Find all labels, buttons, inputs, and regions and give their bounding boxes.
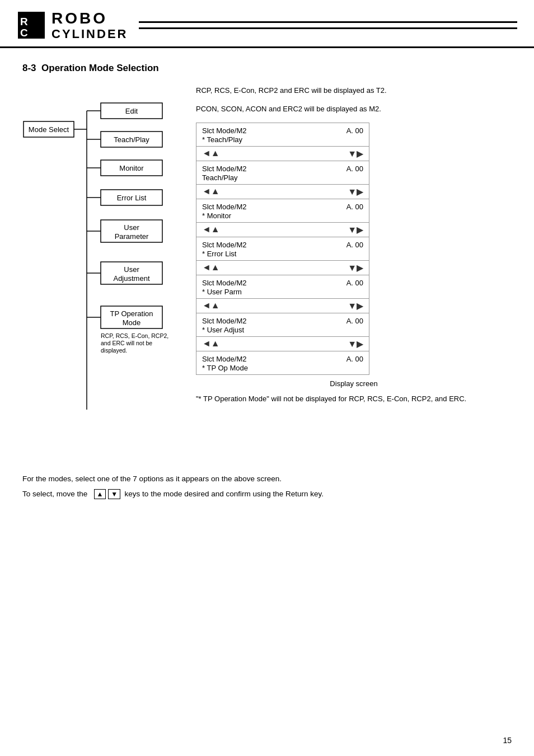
svg-text:RCP, RCS, E-Con, RCP2,: RCP, RCS, E-Con, RCP2, bbox=[101, 332, 168, 339]
logo-text: ROBO CYLINDER bbox=[51, 10, 128, 41]
screen-mode-4: * User Parm bbox=[202, 288, 363, 296]
screen-label-0: Slct Mode/M2 bbox=[202, 126, 246, 135]
page-number: 15 bbox=[503, 736, 512, 745]
nav-left-icon-5: ◄▲ bbox=[202, 339, 220, 349]
svg-text:and ERC will not be: and ERC will not be bbox=[101, 340, 152, 346]
screen-row-5: Slct Mode/M2A. 00* User Adjust bbox=[196, 313, 369, 337]
screen-mode-0: * Teach/Play bbox=[202, 135, 363, 144]
nav-right-icon-4: ▼▶ bbox=[348, 300, 363, 311]
svg-text:Parameter: Parameter bbox=[115, 232, 149, 241]
svg-text:R: R bbox=[20, 16, 28, 27]
nav-left-icon-3: ◄▲ bbox=[202, 262, 220, 273]
nav-row-5: ◄▲▼▶ bbox=[196, 337, 369, 351]
screen-label-4: Slct Mode/M2 bbox=[202, 279, 246, 287]
nav-left-icon-4: ◄▲ bbox=[202, 300, 220, 311]
svg-text:User: User bbox=[124, 265, 139, 274]
left-diagram: Mode Select Edit Teach/Play Monitor bbox=[22, 85, 190, 456]
nav-right-icon-2: ▼▶ bbox=[348, 224, 363, 235]
screen-value-6: A. 00 bbox=[346, 355, 363, 363]
svg-text:Monitor: Monitor bbox=[119, 164, 144, 172]
screen-top-line-3: Slct Mode/M2A. 00 bbox=[202, 241, 363, 249]
nav-row-3: ◄▲▼▶ bbox=[196, 261, 369, 275]
svg-text:Mode: Mode bbox=[123, 318, 141, 327]
mode-select-diagram: Mode Select Edit Teach/Play Monitor bbox=[22, 91, 185, 454]
screen-top-line-5: Slct Mode/M2A. 00 bbox=[202, 317, 363, 325]
section-title: 8-3 Operation Mode Selection bbox=[22, 63, 512, 74]
display-label: Display screen bbox=[196, 379, 512, 388]
nav-row-0: ◄▲▼▶ bbox=[196, 147, 369, 161]
note-text: "* TP Operation Mode" will not be displa… bbox=[196, 393, 512, 405]
screen-row-4: Slct Mode/M2A. 00* User Parm bbox=[196, 275, 369, 299]
screen-top-line-2: Slct Mode/M2A. 00 bbox=[202, 203, 363, 211]
nav-right-icon-1: ▼▶ bbox=[348, 186, 363, 197]
screens-panel: Slct Mode/M2A. 00* Teach/Play◄▲▼▶Slct Mo… bbox=[196, 123, 369, 375]
screen-label-3: Slct Mode/M2 bbox=[202, 241, 246, 249]
up-arrow-icon: ▲ bbox=[94, 489, 106, 499]
svg-text:Teach/Play: Teach/Play bbox=[114, 135, 149, 144]
screen-row-6: Slct Mode/M2A. 00* TP Op Mode bbox=[196, 351, 369, 374]
down-arrow-icon: ▼ bbox=[108, 489, 120, 499]
nav-row-4: ◄▲▼▶ bbox=[196, 299, 369, 313]
header-line-bottom bbox=[139, 27, 517, 29]
robo-cylinder-icon: R C bbox=[17, 11, 46, 40]
desc-text-1: RCP, RCS, E-Con, RCP2 and ERC will be di… bbox=[196, 85, 512, 96]
svg-text:Mode Select: Mode Select bbox=[29, 125, 69, 134]
screen-label-1: Slct Mode/M2 bbox=[202, 165, 246, 173]
bottom-line2: To select, move the ▲ ▼ keys to the mode… bbox=[22, 488, 512, 501]
logo-cylinder: CYLINDER bbox=[51, 27, 128, 41]
svg-text:C: C bbox=[20, 27, 28, 39]
screen-value-4: A. 00 bbox=[346, 279, 363, 287]
screen-top-line-6: Slct Mode/M2A. 00 bbox=[202, 355, 363, 363]
desc-text-2: PCON, SCON, ACON and ERC2 will be displa… bbox=[196, 104, 512, 115]
screen-value-3: A. 00 bbox=[346, 241, 363, 249]
svg-text:TP Operation: TP Operation bbox=[110, 309, 153, 318]
screen-value-2: A. 00 bbox=[346, 203, 363, 211]
screen-value-5: A. 00 bbox=[346, 317, 363, 325]
screen-row-1: Slct Mode/M2A. 00Teach/Play bbox=[196, 161, 369, 185]
bottom-line1: For the modes, select one of the 7 optio… bbox=[22, 473, 512, 486]
main-content: 8-3 Operation Mode Selection Mode Select… bbox=[0, 51, 534, 520]
svg-text:User: User bbox=[124, 223, 139, 232]
screen-mode-2: * Monitor bbox=[202, 212, 363, 220]
screen-top-line-1: Slct Mode/M2A. 00 bbox=[202, 165, 363, 173]
screen-top-line-0: Slct Mode/M2A. 00 bbox=[202, 126, 363, 135]
logo: R C ROBO CYLINDER bbox=[17, 10, 128, 41]
logo-robo: ROBO bbox=[51, 10, 128, 27]
screen-value-1: A. 00 bbox=[346, 165, 363, 173]
nav-row-2: ◄▲▼▶ bbox=[196, 223, 369, 237]
screen-value-0: A. 00 bbox=[346, 126, 363, 135]
nav-left-icon-1: ◄▲ bbox=[202, 186, 220, 196]
svg-text:Edit: Edit bbox=[125, 107, 138, 115]
screen-label-5: Slct Mode/M2 bbox=[202, 317, 246, 325]
nav-right-icon-0: ▼▶ bbox=[348, 148, 363, 159]
svg-text:displayed.: displayed. bbox=[101, 347, 127, 354]
nav-right-icon-5: ▼▶ bbox=[348, 339, 363, 349]
svg-text:Error List: Error List bbox=[117, 194, 147, 202]
screen-mode-1: Teach/Play bbox=[202, 173, 363, 182]
header-lines bbox=[139, 21, 517, 29]
screen-mode-5: * User Adjust bbox=[202, 326, 363, 334]
screen-row-3: Slct Mode/M2A. 00* Error List bbox=[196, 237, 369, 261]
bottom-text: For the modes, select one of the 7 optio… bbox=[22, 473, 512, 501]
screen-row-2: Slct Mode/M2A. 00* Monitor bbox=[196, 199, 369, 223]
nav-right-icon-3: ▼▶ bbox=[348, 262, 363, 273]
screen-label-6: Slct Mode/M2 bbox=[202, 355, 246, 363]
nav-row-1: ◄▲▼▶ bbox=[196, 185, 369, 199]
nav-left-icon-2: ◄▲ bbox=[202, 224, 220, 234]
header-line-top bbox=[139, 21, 517, 23]
screen-label-2: Slct Mode/M2 bbox=[202, 203, 246, 211]
screen-row-0: Slct Mode/M2A. 00* Teach/Play bbox=[196, 123, 369, 147]
screen-mode-3: * Error List bbox=[202, 250, 363, 258]
nav-left-icon-0: ◄▲ bbox=[202, 148, 220, 158]
right-desc: RCP, RCS, E-Con, RCP2 and ERC will be di… bbox=[190, 85, 512, 456]
svg-text:Adjustment: Adjustment bbox=[113, 274, 149, 283]
screen-mode-6: * TP Op Mode bbox=[202, 364, 363, 372]
content-area: Mode Select Edit Teach/Play Monitor bbox=[22, 85, 512, 456]
screen-top-line-4: Slct Mode/M2A. 00 bbox=[202, 279, 363, 287]
header: R C ROBO CYLINDER bbox=[0, 0, 534, 48]
